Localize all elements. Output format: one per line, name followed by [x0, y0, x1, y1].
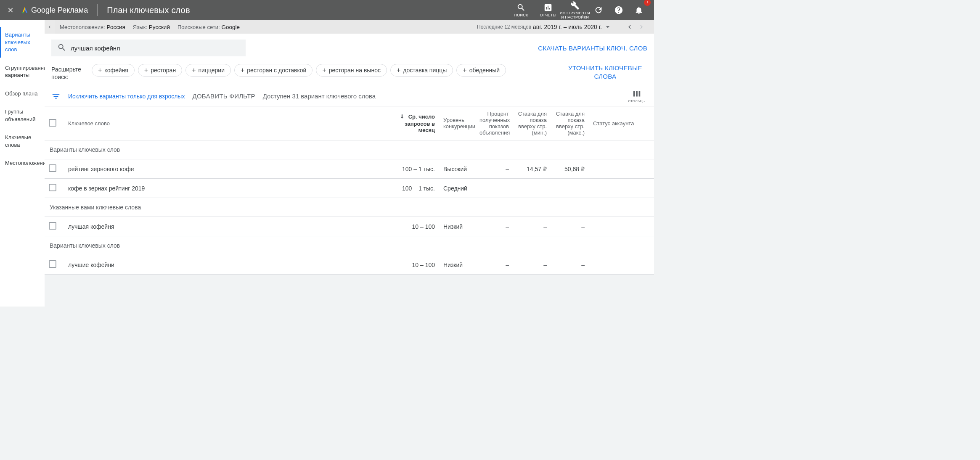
chip-lunch[interactable]: +обеденный: [456, 64, 506, 77]
row-checkbox[interactable]: [49, 260, 56, 268]
select-all-checkbox[interactable]: [49, 119, 56, 127]
sidebar: Варианты ключевых слов Сгруппированные в…: [0, 20, 45, 307]
cell-keyword: кофе в зернах рейтинг 2019: [64, 179, 384, 198]
column-bid-min[interactable]: Ставка для показа вверху стр. (мин.): [513, 106, 551, 140]
cell-volume: 100 – 1 тыс.: [384, 159, 439, 179]
google-ads-logo[interactable]: Google Реклама: [21, 6, 88, 15]
column-account-status[interactable]: Статус аккаунта: [589, 106, 654, 140]
table-group-header: Указанные вами ключевые слова: [45, 198, 654, 217]
table-row[interactable]: лучшая кофейня10 – 100Низкий–––: [45, 217, 654, 236]
bell-icon: [634, 5, 644, 15]
refine-keywords-button[interactable]: УТОЧНИТЬ КЛЮЧЕВЫЕ СЛОВА: [563, 64, 647, 80]
cell-keyword: рейтинг зернового кофе: [64, 159, 384, 179]
row-checkbox[interactable]: [49, 222, 56, 230]
add-filter-row: Исключить варианты только для взрослых Д…: [45, 86, 654, 106]
refresh-icon: [594, 5, 603, 15]
cell-impression-pct: –: [475, 217, 513, 236]
filter-location-value: Россия: [107, 24, 125, 30]
add-filter-button[interactable]: ДОБАВИТЬ ФИЛЬТР: [192, 93, 255, 100]
column-volume[interactable]: Ср. число запросов в месяц: [384, 106, 439, 140]
date-prev-button[interactable]: [625, 22, 635, 32]
search-icon: [516, 3, 526, 13]
filter-location[interactable]: Местоположения: Россия: [60, 24, 125, 30]
help-button[interactable]: [610, 2, 627, 19]
header-reports-label: ОТЧЕТЫ: [540, 13, 556, 18]
sidebar-item-label: Варианты ключевых слов: [5, 32, 30, 53]
header-left-group: Google Реклама План ключевых слов: [7, 4, 190, 16]
filter-networks-label: Поисковые сети:: [177, 24, 220, 30]
chevron-down-icon: [604, 23, 612, 31]
plus-icon: +: [144, 66, 148, 74]
header-reports-button[interactable]: ОТЧЕТЫ: [536, 3, 560, 18]
cell-status: [589, 255, 654, 275]
filter-bar: Местоположения: Россия Язык: Русский Пои…: [45, 20, 654, 34]
columns-icon: [632, 89, 641, 98]
chart-icon: [543, 3, 553, 13]
chip-kofeinya[interactable]: +кофейня: [92, 64, 135, 77]
column-impression-pct[interactable]: Процент полученных показов объявления: [475, 106, 513, 140]
chip-label: доставка пиццы: [403, 67, 447, 74]
cell-status: [589, 217, 654, 236]
date-range-picker[interactable]: Последние 12 месяцев авг. 2019 г. – июль…: [477, 23, 612, 31]
row-checkbox[interactable]: [49, 164, 56, 172]
header-right-group: ПОИСК ОТЧЕТЫ ИНСТРУМЕНТЫ И НАСТРОЙКИ !: [509, 0, 647, 20]
plus-icon: +: [241, 66, 244, 74]
chip-label: ресторан с доставкой: [247, 67, 306, 74]
sidebar-item-ad-groups[interactable]: Группы объявлений: [0, 104, 45, 127]
collapse-sidebar-button[interactable]: [45, 20, 55, 34]
sidebar-item-label: Группы объявлений: [5, 108, 36, 122]
column-competition[interactable]: Уровень конкуренции: [439, 106, 475, 140]
filter-networks[interactable]: Поисковые сети: Google: [177, 24, 240, 30]
sidebar-item-grouped-ideas[interactable]: Сгруппированные варианты: [0, 60, 45, 83]
group-title: Указанные вами ключевые слова: [45, 198, 654, 217]
table-row[interactable]: лучшие кофейни10 – 100Низкий–––: [45, 255, 654, 275]
cell-impression-pct: –: [475, 159, 513, 179]
sidebar-item-keyword-ideas[interactable]: Варианты ключевых слов: [0, 27, 45, 58]
table-row[interactable]: рейтинг зернового кофе100 – 1 тыс.Высоки…: [45, 159, 654, 179]
filter-location-label: Местоположения:: [60, 24, 105, 30]
svg-point-0: [22, 12, 24, 13]
cell-status: [589, 179, 654, 198]
sidebar-item-keywords[interactable]: Ключевые слова: [0, 130, 45, 153]
table-group-header: Варианты ключевых слов: [45, 236, 654, 255]
cell-volume: 10 – 100: [384, 255, 439, 275]
sidebar-item-label: Обзор плана: [5, 90, 37, 97]
download-keyword-ideas[interactable]: СКАЧАТЬ ВАРИАНТЫ КЛЮЧ. СЛОВ: [538, 45, 647, 52]
chip-pizzerias[interactable]: +пиццерии: [185, 64, 231, 77]
refresh-button[interactable]: [590, 2, 607, 19]
chip-pizza-delivery[interactable]: +доставка пиццы: [390, 64, 453, 77]
cell-volume: 100 – 1 тыс.: [384, 179, 439, 198]
column-keyword[interactable]: Ключевое слово: [64, 106, 384, 140]
page-title: План ключевых слов: [107, 5, 190, 15]
wrench-icon: [570, 0, 580, 11]
columns-label: СТОЛБЦЫ: [628, 99, 646, 103]
header-tools-label: ИНСТРУМЕНТЫ И НАСТРОЙКИ: [560, 11, 590, 20]
cell-competition: Средний: [439, 179, 475, 198]
filter-icon[interactable]: [51, 92, 61, 101]
date-next-button[interactable]: [636, 22, 646, 32]
filter-language[interactable]: Язык: Русский: [133, 24, 170, 30]
sidebar-item-plan-overview[interactable]: Обзор плана: [0, 86, 45, 102]
chip-restaurant-delivery[interactable]: +ресторан с доставкой: [234, 64, 313, 77]
sidebar-item-label: Ключевые слова: [5, 134, 31, 148]
chevron-left-icon: [47, 24, 52, 29]
keywords-table: Ключевое слово Ср. число запросов в меся…: [45, 106, 654, 275]
columns-button[interactable]: СТОЛБЦЫ: [628, 89, 647, 103]
exclude-adult-button[interactable]: Исключить варианты только для взрослых: [68, 93, 185, 100]
cell-keyword: лучшая кофейня: [64, 217, 384, 236]
notifications-button[interactable]: !: [630, 2, 647, 19]
search-input[interactable]: лучшая кофейня: [51, 40, 246, 56]
chip-restaurant-takeout[interactable]: +ресторан на вынос: [316, 64, 387, 77]
header-search-button[interactable]: ПОИСК: [509, 3, 533, 18]
table-row[interactable]: кофе в зернах рейтинг 2019100 – 1 тыс.Ср…: [45, 179, 654, 198]
close-icon[interactable]: [7, 6, 14, 14]
column-bid-max[interactable]: Ставка для показа вверху стр. (макс.): [551, 106, 589, 140]
chip-restoran[interactable]: +ресторан: [138, 64, 182, 77]
sidebar-item-label: Местоположения: [5, 160, 49, 166]
plus-icon: +: [322, 66, 326, 74]
cell-bid-max: –: [551, 179, 589, 198]
sidebar-item-locations[interactable]: Местоположения: [0, 155, 45, 171]
logo-text: Google Реклама: [31, 6, 88, 15]
row-checkbox[interactable]: [49, 184, 56, 191]
header-tools-button[interactable]: ИНСТРУМЕНТЫ И НАСТРОЙКИ: [563, 0, 587, 20]
